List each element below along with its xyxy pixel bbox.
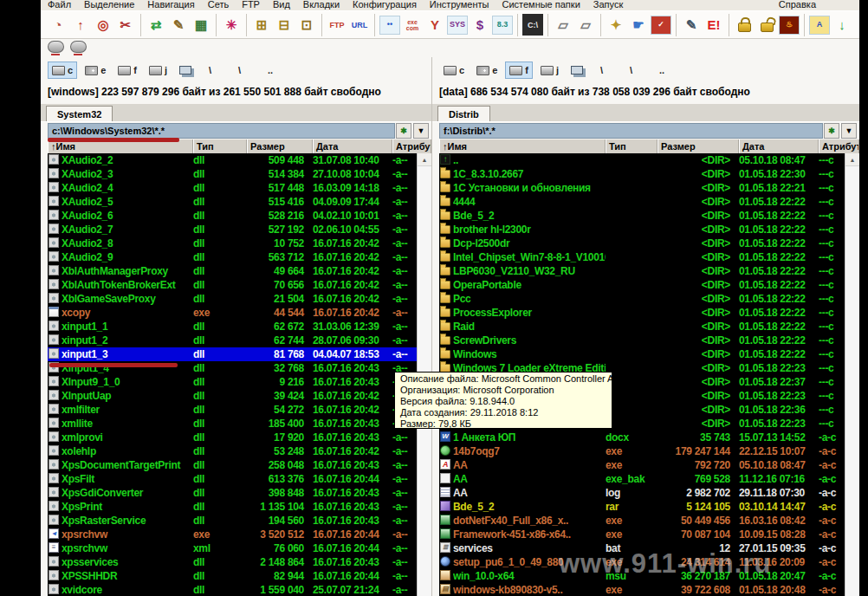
drive-button-network[interactable] [567,62,593,79]
file-row[interactable]: Raid<DIR>01.05.18 22:22---c [439,320,845,334]
disconnect-netdrive-icon[interactable] [70,41,87,53]
column-header-0[interactable]: ↑Имя [439,139,606,153]
menu-item-Системные папки[interactable]: Системные папки [502,0,580,10]
drive-button-e[interactable]: e [81,62,110,79]
drive-button-\[interactable]: \ [234,62,260,79]
file-row[interactable]: xpsrchvwxml76 06016.07.16 20:44-a-- [48,541,418,555]
drive-button-c[interactable]: c [439,62,469,79]
file-row[interactable]: xmllitedll185 40016.07.16 20:43-a-- [48,417,418,431]
menu-item-help[interactable]: Справка [779,0,816,10]
key-icon[interactable]: ✦ [606,14,626,36]
file-row[interactable]: XblAuthManagerProxydll49 66416.07.16 20:… [48,264,418,278]
file-row[interactable]: brother hl-l2300r<DIR>01.05.18 22:22---c [439,223,845,236]
file-row[interactable]: Pcc<DIR>01.05.18 22:22---c [439,292,845,306]
confirm-icon[interactable]: ✓ [651,16,671,35]
drive-button-network[interactable] [175,62,201,79]
column-header-3[interactable]: Дата [739,139,819,153]
path-bar[interactable]: f:\Distrib\*.* [439,123,823,139]
file-row[interactable]: XpsPrintdll1 135 10416.07.16 20:43-a-- [48,500,418,514]
file-row[interactable]: xolehlpdll53 24816.07.16 20:42-a-- [48,444,418,458]
file-row[interactable]: XAudio2_5dll515 41604.09.09 17:44-a-- [48,195,418,209]
share-icon[interactable]: ◔ [48,14,68,36]
map-netdrive-icon[interactable] [48,41,64,53]
drive-button-\[interactable]: \ [596,62,622,79]
column-header-2[interactable]: Размер [247,139,313,153]
file-row[interactable]: 1C_8.3.10.2667<DIR>01.05.18 22:30---c [439,167,845,181]
unpack-icon[interactable]: ⊟ [274,14,295,36]
column-header-1[interactable]: Тип [193,139,247,153]
menu-item-FTP[interactable]: FTP [242,0,260,10]
scrollbar[interactable]: ▲ [845,153,859,596]
menu-item-Файл[interactable]: Файл [48,0,71,10]
drive-button-j[interactable]: j [536,62,563,79]
column-header-1[interactable]: Тип [606,139,657,153]
menu-item-Сеть[interactable]: Сеть [208,0,229,10]
file-row[interactable]: AAexe_bak769 52811.12.16 07:16-a-c [439,472,845,486]
file-row[interactable]: XblGameSaveProxydll21 50416.07.16 20:42-… [48,292,418,306]
file-row[interactable]: XpsFiltdll613 37616.07.16 20:44-a-- [48,472,418,486]
path-dropdown-button[interactable]: ▼ [841,123,857,139]
file-row[interactable]: XAudio2_7dll527 19202.06.10 04:55-a-- [48,223,418,236]
file-row[interactable]: XAudio2_9dll563 71216.07.16 20:42-a-- [48,250,418,264]
file-row[interactable]: AAexe792 72005.10.18 08:47-a-c [439,458,845,472]
file-row[interactable]: ProcessExplorer<DIR>01.05.18 22:22---c [439,306,845,320]
scrollbar-up-icon[interactable]: ▲ [418,153,431,166]
file-row[interactable]: XPSSHHDRdll82 94416.07.16 20:44-a-- [48,569,418,583]
filter-button[interactable]: ✱ [396,123,411,139]
menu-item-Выделение[interactable]: Выделение [84,0,134,10]
drive-button-e[interactable]: e [472,62,502,79]
burn-icon[interactable]: ♨ [779,16,800,35]
edit-file-icon[interactable]: ✎ [168,14,189,36]
hand-icon[interactable]: ☛ [628,14,649,36]
file-row[interactable]: xmlfilterdll54 27216.07.16 20:42-a-- [48,403,418,417]
drive-button-..[interactable]: .. [263,62,289,79]
menu-item-Инструменты[interactable]: Инструменты [430,0,489,10]
file-row[interactable]: Dcp-l2500dr<DIR>01.05.18 22:22---c [439,236,845,250]
scrollbar-up-icon[interactable]: ▲ [845,153,859,166]
menu-item-Вкладки[interactable]: Вкладки [303,0,340,10]
tools-icon[interactable]: ✂ [115,14,136,36]
drive-button-\[interactable]: \ [625,62,651,79]
doc-sheet2-icon[interactable]: ▱ [575,14,596,36]
file-row[interactable]: XpsGdiConverterdll398 84816.07.16 20:43-… [48,486,418,500]
file-row[interactable]: XAudio2_2dll509 44831.07.08 10:40-a-- [48,153,418,167]
path-dropdown-button[interactable]: ▼ [413,123,429,139]
file-row[interactable]: XInput9_1_0dll9 21616.07.16 20:43-a-- [48,375,418,389]
lifebuoy-icon[interactable]: ◎ [93,14,113,36]
filter-icon[interactable]: Y [424,14,445,36]
sys-files-icon[interactable]: SYS [447,16,468,35]
file-row[interactable]: dotNetFx40_Full_x86_x..exe50 449 45616.0… [439,514,845,528]
menu-item-Навигация[interactable]: Навигация [147,0,194,10]
file-row[interactable]: ..<DIR>05.10.18 08:47---c [439,153,845,167]
tab-system32[interactable]: System32 [46,106,113,121]
file-row[interactable]: AAlog2 982 70229.11.18 07:30-a-c [439,486,845,500]
file-row[interactable]: xcopyexe44 54416.07.16 20:42-a-- [48,306,418,320]
file-row[interactable]: Windows<DIR>01.05.18 22:22---c [439,347,845,361]
file-row[interactable]: xinput1_3dll81 76804.04.07 18:53-a-- [48,347,418,361]
column-header-2[interactable]: Размер [657,139,739,153]
lock-icon[interactable] [734,14,755,36]
file-row[interactable]: xpsrchvwexe3 520 51216.07.16 20:44-a-- [48,528,418,541]
ftp-icon[interactable]: FTP [327,14,347,36]
font-icon[interactable]: A [809,16,830,35]
doc-sheet-icon[interactable]: ▱ [553,14,573,36]
file-row[interactable]: OperaPortable<DIR>01.05.18 22:22---c [439,278,845,292]
menu-item-Вид[interactable]: Вид [273,0,290,10]
file-row[interactable]: XAudio2_6dll528 21604.02.10 10:01-a-- [48,209,418,223]
tab-distrib[interactable]: Distrib [437,106,490,121]
file-row[interactable]: xmlprovidll17 92016.07.16 20:43-a-- [48,431,418,444]
file-row[interactable]: 4444<DIR>01.05.18 22:22---c [439,195,845,209]
file-row[interactable]: Framework-451-x86-x64..exe70 087 10410.0… [439,528,845,541]
file-row[interactable]: xinput1_1dll62 67231.03.06 12:39-a-- [48,320,418,334]
refresh-icon[interactable]: ⇄ [146,14,166,36]
column-header-4[interactable]: Атрибуты [392,139,431,153]
file-row[interactable]: windows-kb890830-v5..exe39 722 60801.05.… [439,583,845,596]
file-row[interactable]: Bde_5_2<DIR>01.05.18 22:22---c [439,209,845,223]
drive-button-\[interactable]: \ [204,62,230,79]
file-row[interactable]: xinput1_2dll62 74428.07.06 09:30-a-- [48,334,418,347]
exe-com-icon[interactable]: exe com [402,14,423,36]
drive-button-j[interactable]: j [145,62,172,79]
dos-box-icon[interactable]: C:\ [522,14,543,36]
column-header-4[interactable]: Атрибуты [819,139,859,153]
path-bar[interactable]: c:\Windows\System32\*.* [48,123,395,139]
